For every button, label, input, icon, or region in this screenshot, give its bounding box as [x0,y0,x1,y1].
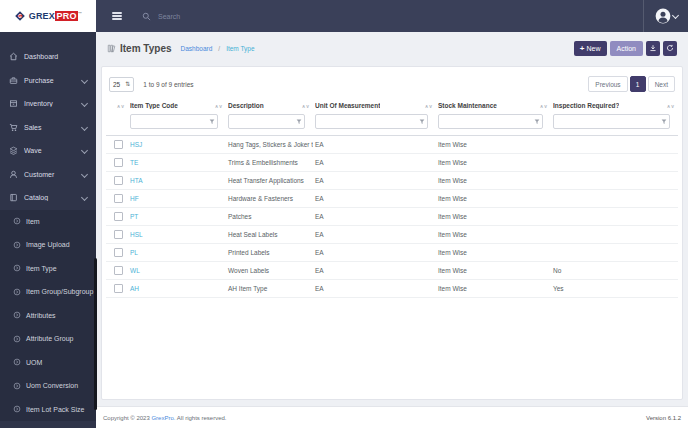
new-button[interactable]: +New [574,41,607,56]
sidebar-item-customer[interactable]: Customer [0,163,96,187]
sort-icon: ∧∨ [667,103,675,109]
row-checkbox-cell [106,226,128,244]
current-page-button[interactable]: 1 [630,76,646,92]
grexpro-logo[interactable]: G GREXPRO™ [0,0,96,32]
sort-icon: ∧∨ [215,103,223,109]
column-header-inspection-required[interactable]: Inspection Required?∧∨ [551,97,678,113]
breadcrumb-dashboard-link[interactable]: Dashboard [181,45,213,52]
menu-toggle-button[interactable] [112,12,122,20]
sidebar-subitem-uom-conversion[interactable]: Uom Conversion [0,374,96,398]
sidebar-subitem-item-type[interactable]: Item Type [0,257,96,281]
inspection-required-cell [551,226,678,244]
stock-maintenance-filter-input[interactable] [441,118,534,126]
filter-funnel-icon[interactable] [209,119,215,125]
sidebar-subitem-image-upload[interactable]: Image Upload [0,233,96,257]
sidebar-item-inventory[interactable]: Inventory [0,92,96,116]
item-type-code-cell: HF [128,190,226,208]
download-button[interactable] [646,41,660,56]
user-icon [9,170,18,179]
circle-arrow-icon [13,217,21,225]
column-header-stock-maintenance[interactable]: Stock Maintenance∧∨ [436,97,551,113]
row-checkbox[interactable] [114,266,123,275]
column-header-label: Inspection Required? [553,102,619,109]
action-button[interactable]: Action [610,41,643,56]
sidebar-item-purchase[interactable]: Purchase [0,69,96,93]
circle-arrow-icon [13,405,21,413]
checkbox-column-header[interactable]: ∧∨ [106,97,128,113]
global-search [142,12,643,21]
sidebar-item-catalog[interactable]: Catalog [0,186,96,210]
stock-maintenance-cell: Item Wise [436,244,551,262]
item-type-code-link[interactable]: TE [130,159,138,166]
item-types-icon [107,44,116,53]
filter-funnel-icon[interactable] [296,119,302,125]
user-menu-button[interactable] [643,0,688,32]
sidebar-item-wave[interactable]: Wave [0,139,96,163]
sidebar-subitem-item-group-subgroup[interactable]: Item Group/Subgroup [0,280,96,304]
item-type-code-link[interactable]: PL [130,249,138,256]
filter-funnel-icon[interactable] [419,119,425,125]
item-type-code-cell: HSL [128,226,226,244]
home-icon [9,52,18,61]
table-row: PLPrinted LabelsEAItem Wise [106,244,678,262]
filter-cell-item-type-code [128,113,226,136]
item-type-code-link[interactable]: HSJ [130,141,142,148]
item-type-code-link[interactable]: HSL [130,231,143,238]
sidebar-scrollbar-thumb[interactable] [94,258,97,410]
filter-funnel-icon[interactable] [661,119,667,125]
sort-icon: ∧∨ [425,103,433,109]
item-type-code-link[interactable]: WL [130,267,140,274]
item-type-code-filter-input[interactable] [133,118,209,126]
row-checkbox[interactable] [114,248,123,257]
stock-maintenance-cell: Item Wise [436,208,551,226]
row-checkbox[interactable] [114,140,123,149]
uom-cell: EA [313,262,436,280]
item-type-code-link[interactable]: HF [130,195,139,202]
sidebar-subitem-uom[interactable]: UOM [0,351,96,375]
row-checkbox[interactable] [114,230,123,239]
item-type-code-link[interactable]: AH [130,285,139,292]
page-size-select[interactable]: 25 ⇅ [109,77,134,92]
stock-maintenance-cell: Item Wise [436,136,551,154]
item-type-code-cell: PT [128,208,226,226]
search-input[interactable] [156,12,290,21]
chevron-down-icon [671,11,678,18]
sidebar-item-dashboard[interactable]: Dashboard [0,45,96,69]
column-header-item-type-code[interactable]: Item Type Code∧∨ [128,97,226,113]
row-checkbox[interactable] [114,284,123,293]
book-icon [9,193,18,202]
sidebar-item-sales[interactable]: Sales [0,116,96,140]
inspection-required-filter-input[interactable] [556,118,661,126]
grexpro-diamond-icon: G [14,10,26,22]
uom-cell: EA [313,280,436,298]
chevron-down-icon [81,194,88,201]
previous-page-button[interactable]: Previous [588,76,627,92]
next-page-button[interactable]: Next [648,76,675,92]
sidebar-subitem-label: Attribute Group [26,335,73,342]
unit-of-measurement-filter-input[interactable] [318,118,419,126]
sidebar-subitem-item-lot-pack-size[interactable]: Item Lot Pack Size [0,398,96,422]
row-checkbox[interactable] [114,212,123,221]
table-row: HFHardware & FastenersEAItem Wise [106,190,678,208]
item-type-code-link[interactable]: PT [130,213,138,220]
row-checkbox[interactable] [114,158,123,167]
footer-brand-link[interactable]: GrexPro. [151,415,175,421]
item-type-code-link[interactable]: HTA [130,177,143,184]
breadcrumb-current-link[interactable]: Item Type [226,45,254,52]
description-cell: Heat Transfer Applications [226,172,313,190]
refresh-button[interactable] [663,41,677,56]
circle-arrow-icon [13,382,21,390]
sort-icon: ∧∨ [540,103,548,109]
item-types-table: ∧∨Item Type Code∧∨Description∧∨Unit Of M… [106,97,678,298]
row-checkbox[interactable] [114,176,123,185]
column-header-description[interactable]: Description∧∨ [226,97,313,113]
column-header-unit-of-measurement[interactable]: Unit Of Measurement∧∨ [313,97,436,113]
stock-maintenance-cell: Item Wise [436,190,551,208]
row-checkbox[interactable] [114,194,123,203]
sidebar-subitem-attributes[interactable]: Attributes [0,304,96,328]
description-filter-input[interactable] [231,118,296,126]
sidebar-subitem-item[interactable]: Item [0,210,96,234]
item-type-code-cell: HSJ [128,136,226,154]
filter-funnel-icon[interactable] [534,119,540,125]
sidebar-subitem-attribute-group[interactable]: Attribute Group [0,327,96,351]
